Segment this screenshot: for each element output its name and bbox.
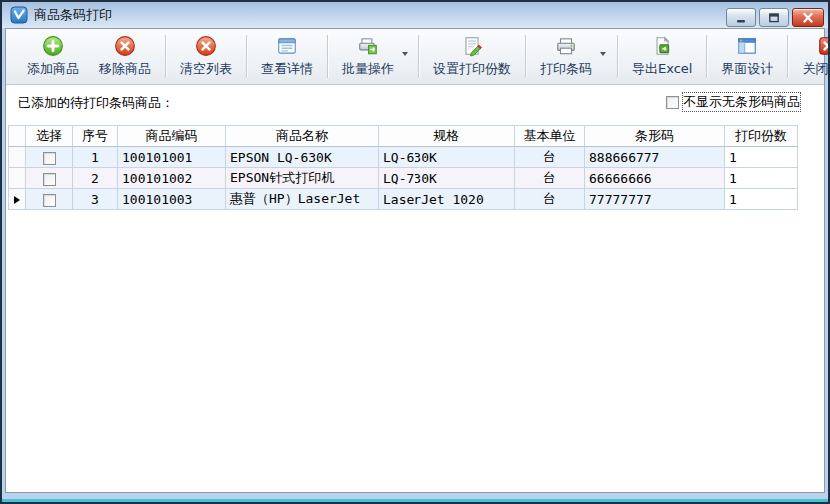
cell-copies[interactable]: 1 (725, 147, 798, 168)
cell-seq[interactable]: 3 (73, 189, 118, 210)
toolbar-separator (787, 35, 788, 78)
window-title: 商品条码打印 (34, 6, 112, 24)
cell-name[interactable]: 惠普（HP）LaserJet (226, 189, 379, 210)
printer-icon (555, 35, 577, 57)
toolbar-buttons: 添加商品 移除商品 清空列表 查看详情 批量操作 设置打印份数 打印条码 导出E… (17, 29, 830, 84)
toolbar-separator (327, 35, 328, 78)
dropdown-arrow-icon (402, 52, 408, 56)
minimize-button[interactable] (726, 8, 756, 27)
cell-select (26, 168, 73, 189)
ui-design-icon (736, 35, 758, 57)
cell-unit[interactable]: 台 (515, 147, 585, 168)
product-grid: 选择序号商品编码商品名称规格基本单位条形码打印份数 1100101001EPSO… (8, 125, 798, 210)
toolbar-button-export-excel[interactable]: 导出Excel (622, 29, 702, 84)
row-checkbox[interactable] (43, 173, 56, 186)
maximize-icon (767, 12, 781, 24)
column-header-unit[interactable]: 基本单位 (515, 126, 585, 147)
column-header-barcode[interactable]: 条形码 (585, 126, 725, 147)
current-row-arrow-icon (14, 196, 20, 204)
cell-spec[interactable]: LaserJet 1020 (379, 189, 515, 210)
hide-no-barcode-label[interactable]: 不显示无条形码商品 (683, 93, 800, 111)
clear-circle-icon (195, 35, 217, 57)
toolbar-button-clear-list[interactable]: 清空列表 (170, 29, 242, 84)
product-table: 选择序号商品编码商品名称规格基本单位条形码打印份数 1100101001EPSO… (8, 125, 798, 210)
toolbar-separator (706, 35, 707, 78)
close-icon (801, 12, 815, 24)
cell-barcode[interactable]: 66666666 (585, 168, 725, 189)
row-checkbox[interactable] (43, 152, 56, 165)
hide-no-barcode-checkbox[interactable] (666, 96, 679, 109)
app-logo-icon (10, 6, 28, 24)
column-header-copies[interactable]: 打印份数 (725, 126, 798, 147)
toolbar-separator (246, 35, 247, 78)
cell-seq[interactable]: 2 (73, 168, 118, 189)
column-header-spec[interactable]: 规格 (379, 126, 515, 147)
column-header-seq[interactable]: 序号 (73, 126, 118, 147)
cell-copies[interactable]: 1 (725, 189, 798, 210)
title-bar[interactable]: 商品条码打印 (2, 2, 828, 28)
table-header-row: 选择序号商品编码商品名称规格基本单位条形码打印份数 (9, 126, 798, 147)
maximize-button[interactable] (759, 8, 789, 27)
pending-list-label: 已添加的待打印条码商品： (18, 94, 174, 112)
toolbar-button-batch-operations[interactable]: 批量操作 (332, 29, 415, 84)
column-header-select[interactable]: 选择 (26, 126, 73, 147)
row-indicator-cell (9, 147, 26, 168)
close-window-icon (817, 35, 830, 57)
client-area: 添加商品 移除商品 清空列表 查看详情 批量操作 设置打印份数 打印条码 导出E… (5, 28, 825, 493)
add-circle-icon (42, 35, 64, 57)
toolbar-button-ui-design[interactable]: 界面设计 (711, 29, 783, 84)
toolbar-separator (165, 35, 166, 78)
hide-no-barcode-filter: 不显示无条形码商品 (666, 93, 800, 111)
cell-select (26, 189, 73, 210)
toolbar-separator (418, 35, 419, 78)
cell-spec[interactable]: LQ-630K (379, 147, 515, 168)
cell-spec[interactable]: LQ-730K (379, 168, 515, 189)
cell-copies[interactable]: 1 (725, 168, 798, 189)
close-button[interactable] (792, 8, 824, 27)
batch-print-icon (357, 35, 379, 57)
details-icon (276, 35, 298, 57)
dropdown-arrow-icon (600, 52, 606, 56)
table-row[interactable]: 1100101001EPSON LQ-630KLQ-630K台888666777… (9, 147, 798, 168)
window-controls (726, 8, 824, 27)
toolbar-button-view-details[interactable]: 查看详情 (251, 29, 323, 84)
cell-name[interactable]: EPSON LQ-630K (226, 147, 379, 168)
column-header-name[interactable]: 商品名称 (226, 126, 379, 147)
toolbar-separator (525, 35, 526, 78)
cell-unit[interactable]: 台 (515, 189, 585, 210)
cell-seq[interactable]: 1 (73, 147, 118, 168)
table-row[interactable]: 3100101003惠普（HP）LaserJetLaserJet 1020台77… (9, 189, 798, 210)
row-indicator-cell (9, 189, 26, 210)
table-row[interactable]: 2100101002EPSON针式打印机LQ-730K台666666661 (9, 168, 798, 189)
edit-doc-icon (461, 35, 483, 57)
cell-code[interactable]: 100101003 (118, 189, 226, 210)
toolbar-button-print-barcode[interactable]: 打印条码 (530, 29, 613, 84)
column-header-code[interactable]: 商品编码 (118, 126, 226, 147)
table-body: 1100101001EPSON LQ-630KLQ-630K台888666777… (9, 147, 798, 210)
cell-select (26, 147, 73, 168)
cell-barcode[interactable]: 77777777 (585, 189, 725, 210)
toolbar-button-add-product[interactable]: 添加商品 (17, 29, 89, 84)
cell-code[interactable]: 100101002 (118, 168, 226, 189)
toolbar-button-set-print-copies[interactable]: 设置打印份数 (423, 29, 521, 84)
cell-barcode[interactable]: 888666777 (585, 147, 725, 168)
minimize-icon (734, 12, 748, 24)
remove-circle-icon (114, 35, 136, 57)
toolbar-button-close-window[interactable]: 关闭窗口 (792, 29, 830, 84)
toolbar-button-remove-product[interactable]: 移除商品 (89, 29, 161, 84)
cell-code[interactable]: 100101001 (118, 147, 226, 168)
cell-name[interactable]: EPSON针式打印机 (226, 168, 379, 189)
export-excel-icon (651, 35, 673, 57)
row-checkbox[interactable] (43, 194, 56, 207)
cell-unit[interactable]: 台 (515, 168, 585, 189)
app-window: 商品条码打印 添加商品 移除商品 清空列表 查看详情 批量操作 设置打印份数 打… (0, 0, 830, 504)
row-indicator-cell (9, 168, 26, 189)
toolbar-separator (617, 35, 618, 78)
row-indicator-header (9, 126, 26, 147)
toolbar: 添加商品 移除商品 清空列表 查看详情 批量操作 设置打印份数 打印条码 导出E… (6, 29, 824, 85)
